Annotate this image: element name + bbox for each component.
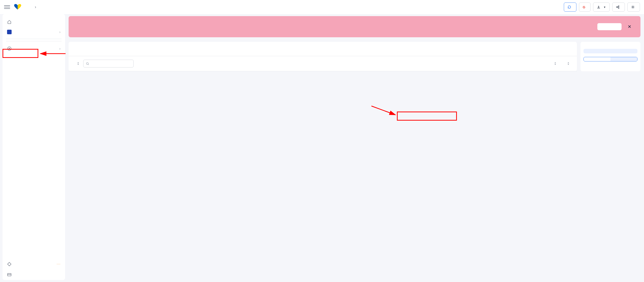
tab-category[interactable] (610, 57, 637, 61)
progress-badge (56, 264, 61, 265)
home-icon (7, 20, 12, 24)
breadcrumb: › (32, 5, 39, 9)
chevron-right-icon: › (35, 5, 36, 9)
col-status-code[interactable] (566, 62, 569, 65)
ga-gsc-button[interactable]: G (579, 3, 591, 12)
sidebar-project[interactable]: › (3, 27, 65, 37)
content-main (69, 42, 577, 71)
download-icon (597, 5, 600, 9)
search-input[interactable] (91, 62, 131, 65)
filter-all-pages[interactable] (583, 49, 637, 53)
top-actions: G ▼ (564, 3, 640, 12)
top-bar: › G ▼ (0, 0, 644, 14)
sort-icon (567, 62, 569, 65)
gear-icon (631, 5, 635, 9)
sidebar-get-started[interactable] (3, 259, 65, 269)
google-g-icon: G (583, 5, 585, 9)
diamond-icon (7, 262, 12, 266)
sidebar-extra-tools[interactable]: › (3, 43, 65, 54)
tab-priority[interactable] (584, 57, 610, 61)
card-icon (7, 272, 12, 277)
sort-icon (554, 62, 556, 65)
heart-icon (14, 4, 21, 10)
logo[interactable] (14, 4, 23, 10)
svg-point-1 (618, 6, 619, 7)
sidebar-pricing[interactable] (3, 269, 65, 280)
chevron-right-icon: › (59, 30, 61, 34)
svg-line-7 (371, 106, 395, 115)
filter-tabs (583, 57, 637, 61)
upgrade-button[interactable] (597, 23, 622, 30)
share-icon (616, 5, 620, 9)
recrawl-button[interactable] (564, 3, 576, 12)
table-header (69, 56, 577, 71)
sort-icon (77, 62, 79, 65)
divider (6, 41, 62, 41)
trial-banner: ✕ (69, 16, 640, 37)
search-icon (86, 62, 89, 65)
plus-circle-icon (7, 46, 12, 51)
annotation-highlight (397, 112, 457, 121)
col-page-weight[interactable] (553, 62, 556, 65)
svg-point-6 (86, 62, 89, 64)
svg-point-3 (632, 7, 633, 8)
close-icon[interactable]: ✕ (628, 24, 631, 29)
export-button[interactable]: ▼ (593, 3, 610, 12)
svg-point-2 (618, 8, 619, 9)
sidebar-all-projects[interactable] (3, 17, 65, 27)
sidebar: › › (3, 14, 65, 280)
svg-point-0 (617, 7, 618, 8)
svg-rect-5 (8, 273, 11, 276)
refresh-icon (568, 5, 571, 9)
caret-down-icon: ▼ (603, 6, 606, 9)
divider (6, 39, 62, 39)
menu-toggle-icon[interactable] (4, 4, 10, 10)
annotation-arrow-icon (370, 105, 398, 117)
col-page-url[interactable] (76, 62, 79, 65)
project-badge (7, 30, 12, 34)
settings-button[interactable] (627, 3, 640, 12)
share-button[interactable] (612, 3, 625, 12)
chevron-right-icon: › (59, 47, 61, 51)
filters-panel (580, 42, 640, 71)
filters-title (580, 45, 640, 49)
search-input-wrap[interactable] (83, 60, 134, 67)
main: ✕ (65, 14, 644, 280)
